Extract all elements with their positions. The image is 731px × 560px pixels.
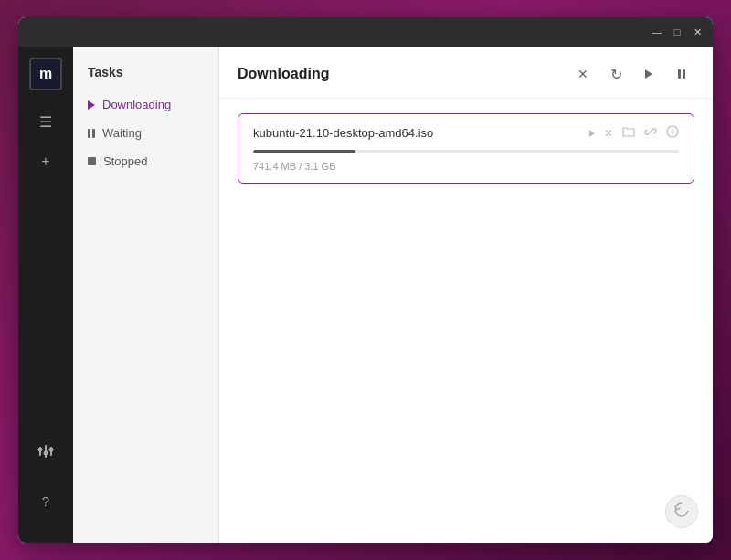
app-window: — □ ✕ m ☰ +	[18, 17, 713, 543]
download-card: kubuntu-21.10-desktop-amd64.iso ✕	[238, 113, 694, 184]
tasks-title: Tasks	[73, 58, 218, 90]
minimize-button[interactable]: —	[649, 24, 665, 40]
help-button[interactable]: ?	[29, 484, 62, 517]
progress-bar-container	[253, 150, 679, 153]
play-all-button[interactable]	[636, 61, 662, 87]
settings-button[interactable]	[29, 437, 62, 470]
hamburger-icon: ☰	[39, 113, 52, 131]
download-cancel-button[interactable]: ✕	[604, 127, 613, 140]
download-folder-button[interactable]	[622, 126, 635, 140]
stop-icon	[88, 157, 96, 165]
download-link-icon	[644, 125, 657, 141]
pause-all-icon	[678, 67, 685, 81]
close-button[interactable]: ✕	[689, 24, 705, 40]
play-icon	[88, 100, 95, 110]
sidebar-item-downloading[interactable]: Downloading	[73, 90, 218, 119]
sidebar-nav: Tasks Downloading Waiting Stopped	[73, 47, 219, 543]
pause-all-button[interactable]	[669, 61, 694, 87]
download-play-button[interactable]	[589, 130, 595, 137]
sidebar-item-downloading-label: Downloading	[102, 98, 171, 111]
download-info-button[interactable]	[666, 125, 679, 141]
add-button[interactable]: +	[29, 145, 62, 178]
floating-action-button[interactable]	[665, 495, 698, 528]
download-play-icon	[589, 130, 595, 137]
download-info-icon	[666, 125, 679, 141]
refresh-button[interactable]: ↻	[603, 61, 629, 87]
sidebar-item-waiting[interactable]: Waiting	[73, 119, 218, 147]
download-filename: kubuntu-21.10-desktop-amd64.iso	[253, 126, 433, 140]
app-logo: m	[29, 58, 62, 90]
sidebar-item-stopped-label: Stopped	[103, 154, 147, 168]
sidebar-item-waiting-label: Waiting	[102, 126, 142, 140]
settings-icon	[37, 443, 54, 463]
download-link-button[interactable]	[644, 125, 657, 141]
sync-icon	[673, 501, 691, 523]
maximize-button[interactable]: □	[669, 24, 685, 40]
download-card-header: kubuntu-21.10-desktop-amd64.iso ✕	[253, 125, 679, 141]
pause-icon	[88, 129, 95, 138]
refresh-icon: ↻	[610, 66, 622, 83]
header-actions: ✕ ↻	[570, 61, 694, 87]
sidebar-left: m ☰ +	[18, 47, 73, 543]
svg-point-5	[49, 448, 54, 452]
main-header: Downloading ✕ ↻	[219, 47, 713, 99]
sidebar-item-stopped[interactable]: Stopped	[73, 147, 218, 175]
question-icon: ?	[42, 493, 49, 509]
svg-point-8	[672, 129, 673, 130]
plus-icon: +	[41, 153, 49, 170]
download-size: 741.4 MB / 3.1 GB	[253, 161, 679, 172]
titlebar: — □ ✕	[18, 17, 713, 47]
hamburger-button[interactable]: ☰	[29, 105, 62, 138]
main-content: Downloading ✕ ↻	[219, 47, 713, 543]
close-all-button[interactable]: ✕	[570, 61, 596, 87]
download-card-actions: ✕	[589, 125, 679, 141]
svg-point-3	[44, 451, 48, 456]
sidebar-bottom: ?	[29, 437, 62, 532]
page-title: Downloading	[238, 66, 329, 82]
main-body: kubuntu-21.10-desktop-amd64.iso ✕	[219, 99, 713, 543]
download-folder-icon	[622, 126, 635, 140]
play-all-icon	[645, 67, 652, 81]
download-cancel-icon: ✕	[604, 127, 613, 140]
svg-point-1	[38, 448, 43, 452]
close-icon: ✕	[577, 67, 588, 81]
progress-bar-fill	[253, 150, 355, 153]
app-body: m ☰ +	[18, 47, 713, 543]
